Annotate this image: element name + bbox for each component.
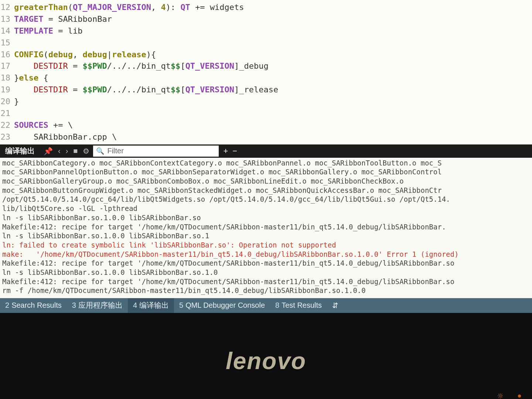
code-content[interactable]: CONFIG(debug, debug|release){: [14, 49, 532, 61]
line-number: 23: [0, 131, 14, 143]
tab-label: Search Results: [11, 301, 62, 310]
output-panel-title: 编译输出: [0, 146, 40, 156]
code-content[interactable]: SARibbonBar.cpp \: [14, 131, 532, 143]
code-line[interactable]: 19 DESTDIR = $$PWD/../../bin_qt$$[QT_VER…: [0, 84, 532, 96]
tab-number: 8: [275, 301, 279, 310]
line-number: 13: [0, 13, 14, 25]
compile-output[interactable]: moc_SARibbonCategory.o moc_SARibbonConte…: [0, 158, 532, 298]
bottom-tab-应用程序输出[interactable]: 3应用程序输出: [67, 298, 128, 313]
code-content[interactable]: }: [14, 96, 532, 108]
lenovo-logo: lenovo: [226, 347, 306, 375]
line-number: 15: [0, 37, 14, 49]
code-content[interactable]: TARGET = SARibbonBar: [14, 13, 532, 25]
line-number: 21: [0, 108, 14, 119]
line-number: 19: [0, 84, 14, 96]
code-line[interactable]: 15: [0, 37, 532, 49]
code-content[interactable]: TEMPLATE = lib: [14, 25, 532, 37]
code-content[interactable]: DESTDIR = $$PWD/../../bin_qt$$[QT_VERSIO…: [14, 84, 532, 96]
output-line: rm -f /home/km/QTDocument/SARibbon-maste…: [2, 286, 530, 295]
code-content[interactable]: [14, 108, 532, 119]
tab-label: 编译输出: [139, 300, 169, 310]
line-number: 20: [0, 96, 14, 108]
gear-icon[interactable]: ⚙: [83, 147, 89, 156]
code-line[interactable]: 13TARGET = SARibbonBar: [0, 13, 532, 25]
code-line[interactable]: 21: [0, 108, 532, 119]
code-content[interactable]: DESTDIR = $$PWD/../../bin_qt$$[QT_VERSIO…: [14, 60, 532, 72]
line-number: 14: [0, 25, 14, 37]
code-content[interactable]: [14, 37, 532, 49]
tab-label: 应用程序输出: [78, 300, 123, 310]
monitor-indicator-icons: ☼: [497, 391, 521, 399]
bottom-tab-qml-debugger-console[interactable]: 5QML Debugger Console: [174, 298, 270, 313]
output-line: ln: failed to create symbolic link 'libS…: [2, 241, 530, 250]
tab-number: 2: [5, 301, 9, 310]
stop-icon[interactable]: ■: [73, 147, 78, 155]
prev-icon[interactable]: ‹: [58, 147, 61, 155]
tab-label: Test Results: [282, 301, 322, 310]
bottom-tab-search-results[interactable]: 2Search Results: [0, 298, 67, 313]
code-line[interactable]: 18}else {: [0, 72, 532, 84]
code-line[interactable]: 17 DESTDIR = $$PWD/../../bin_qt$$[QT_VER…: [0, 60, 532, 72]
zoom-out-button[interactable]: −: [232, 146, 237, 156]
filter-placeholder: Filter: [107, 147, 123, 155]
bottom-tab-编译输出[interactable]: 4编译输出: [128, 298, 174, 313]
output-line: Makefile:412: recipe for target '/home/k…: [2, 259, 530, 268]
code-line[interactable]: 23 SARibbonBar.cpp \: [0, 131, 532, 143]
code-content[interactable]: SOURCES += \: [14, 119, 532, 131]
next-icon[interactable]: ›: [66, 147, 68, 155]
output-line: ln -s libSARibbonBar.so.1.0.0 libSARibbo…: [2, 213, 530, 222]
output-line: moc_SARibbonPannelOptionButton.o moc_SAR…: [2, 167, 530, 177]
bottom-tab-bar: 2Search Results3应用程序输出4编译输出5QML Debugger…: [0, 298, 532, 313]
code-line[interactable]: 20}: [0, 96, 532, 108]
code-content[interactable]: greaterThan(QT_MAJOR_VERSION, 4): QT += …: [14, 1, 532, 13]
code-editor[interactable]: 12greaterThan(QT_MAJOR_VERSION, 4): QT +…: [0, 0, 532, 144]
output-line: ln -s libSARibbonBar.so.1.0.0 libSARibbo…: [2, 231, 530, 241]
output-line: lib/libQt5Core.so -lGL -lpthread: [2, 204, 530, 213]
tab-number: 5: [179, 301, 183, 310]
code-line[interactable]: 22SOURCES += \: [0, 119, 532, 131]
output-line: moc_SARibbonCategory.o moc_SARibbonConte…: [2, 158, 530, 168]
brightness-icon: ☼: [497, 391, 503, 399]
output-panel-header: 编译输出 📌 ‹ › ■ ⚙ 🔍 Filter + −: [0, 144, 532, 158]
zoom-in-button[interactable]: +: [223, 146, 228, 156]
output-line: moc_SARibbonButtonGroupWidget.o moc_SARi…: [2, 186, 530, 195]
output-header-icons: 📌 ‹ › ■ ⚙: [40, 147, 93, 156]
code-line[interactable]: 12greaterThan(QT_MAJOR_VERSION, 4): QT +…: [0, 1, 532, 13]
line-number: 16: [0, 49, 14, 61]
line-number: 17: [0, 60, 14, 72]
output-line: make: '/home/km/QTDocument/SARibbon-mast…: [2, 250, 530, 259]
line-number: 22: [0, 119, 14, 131]
line-number: 18: [0, 72, 14, 84]
filter-input[interactable]: 🔍 Filter: [93, 146, 219, 157]
output-line: Makefile:412: recipe for target '/home/k…: [2, 277, 530, 286]
bottom-tab-test-results[interactable]: 8Test Results: [270, 298, 327, 313]
code-line[interactable]: 16CONFIG(debug, debug|release){: [0, 49, 532, 61]
power-led-icon: [518, 395, 521, 398]
output-line: Makefile:412: recipe for target '/home/k…: [2, 222, 530, 232]
tab-switcher-icon[interactable]: ⇵: [327, 298, 344, 313]
pin-icon[interactable]: 📌: [44, 147, 53, 156]
output-line: moc_SARibbonGalleryGroup.o moc_SARibbonC…: [2, 177, 530, 186]
code-content[interactable]: }else {: [14, 72, 532, 84]
tab-number: 4: [133, 301, 137, 310]
zoom-controls: + −: [219, 146, 242, 156]
code-line[interactable]: 14TEMPLATE = lib: [0, 25, 532, 37]
tab-label: QML Debugger Console: [185, 301, 265, 310]
output-line: /opt/Qt5.14.0/5.14.0/gcc_64/lib/libQt5Wi…: [2, 195, 530, 204]
monitor-bezel: lenovo ☼: [0, 313, 532, 399]
search-icon: 🔍: [96, 147, 104, 155]
tab-number: 3: [72, 301, 76, 310]
line-number: 12: [0, 1, 14, 13]
output-line: ln -s libSARibbonBar.so.1.0.0 libSARibbo…: [2, 268, 530, 277]
